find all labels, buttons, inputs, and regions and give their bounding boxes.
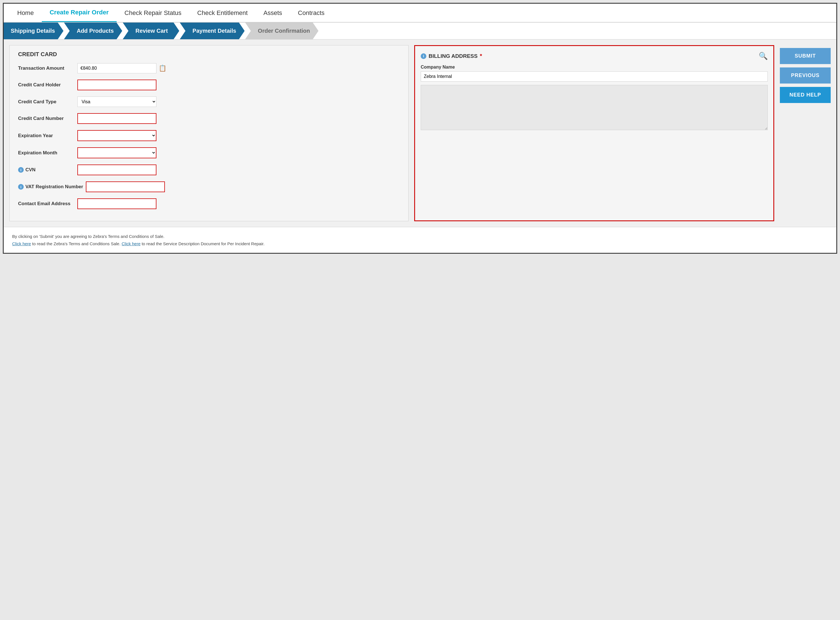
credit-card-number-row: Credit Card Number xyxy=(18,113,400,124)
credit-card-holder-input[interactable] xyxy=(77,80,157,90)
cvn-row: i CVN xyxy=(18,164,400,175)
footer-link1[interactable]: Click here xyxy=(12,241,31,246)
credit-card-type-select[interactable]: Visa Mastercard American Express Discove… xyxy=(77,96,157,107)
transaction-amount-input[interactable] xyxy=(77,63,157,74)
nav-check-entitlement[interactable]: Check Entitlement xyxy=(190,4,256,22)
wizard-step-shipping[interactable]: Shipping Details xyxy=(4,23,63,39)
credit-card-number-label: Credit Card Number xyxy=(18,116,75,121)
cvn-label: i CVN xyxy=(18,167,75,173)
submit-button[interactable]: SUBMIT xyxy=(780,48,831,64)
expiration-year-row: Expiration Year xyxy=(18,130,400,141)
company-name-input[interactable] xyxy=(421,71,768,81)
right-buttons: SUBMIT PREVIOUS NEED HELP xyxy=(780,45,831,221)
contact-email-label: Contact Email Address xyxy=(18,201,75,206)
nav-assets[interactable]: Assets xyxy=(255,4,290,22)
credit-card-section: CREDIT CARD Transaction Amount 📋 Credit … xyxy=(9,45,409,221)
need-help-button[interactable]: NEED HELP xyxy=(780,87,831,103)
doc-icon: 📋 xyxy=(159,65,166,72)
expiration-year-label: Expiration Year xyxy=(18,133,75,138)
contact-email-input[interactable] xyxy=(77,199,157,209)
billing-address-section: i BILLING ADDRESS * 🔍 Company Name xyxy=(414,45,774,221)
billing-title: i BILLING ADDRESS * xyxy=(421,53,482,59)
nav-contracts[interactable]: Contracts xyxy=(290,4,332,22)
billing-title-row: i BILLING ADDRESS * 🔍 xyxy=(421,52,768,60)
expiration-month-label: Expiration Month xyxy=(18,150,75,156)
footer-section: By clicking on 'Submit' you are agreeing… xyxy=(4,227,836,253)
footer-line2: Click here to read the Zebra's Terms and… xyxy=(12,240,828,247)
billing-info-icon[interactable]: i xyxy=(421,53,426,59)
app-container: Home Create Repair Order Check Repair St… xyxy=(3,3,837,254)
billing-search-icon[interactable]: 🔍 xyxy=(759,52,768,60)
credit-card-title: CREDIT CARD xyxy=(18,51,400,57)
nav-create-repair-order[interactable]: Create Repair Order xyxy=(42,4,117,22)
cvn-input[interactable] xyxy=(77,164,157,175)
company-name-label: Company Name xyxy=(421,65,768,70)
nav-home[interactable]: Home xyxy=(9,4,42,22)
nav-check-repair-status[interactable]: Check Repair Status xyxy=(117,4,190,22)
credit-card-holder-label: Credit Card Holder xyxy=(18,82,75,88)
vat-input[interactable] xyxy=(86,181,165,192)
transaction-amount-wrapper: 📋 xyxy=(77,63,166,74)
cvn-info-icon[interactable]: i xyxy=(18,167,24,173)
billing-address-textarea[interactable] xyxy=(421,85,768,130)
expiration-year-select[interactable] xyxy=(77,130,157,141)
previous-button[interactable]: PREVIOUS xyxy=(780,68,831,84)
top-nav: Home Create Repair Order Check Repair St… xyxy=(4,4,836,23)
transaction-amount-row: Transaction Amount 📋 xyxy=(18,63,400,74)
expiration-month-row: Expiration Month xyxy=(18,147,400,158)
footer-link2[interactable]: Click here xyxy=(122,241,140,246)
vat-label: i VAT Registration Number xyxy=(18,184,83,190)
footer-line1: By clicking on 'Submit' you are agreeing… xyxy=(12,233,828,240)
credit-card-type-label: Credit Card Type xyxy=(18,99,75,105)
footer-line2-post: to read the Service Description Document… xyxy=(140,241,264,246)
wizard-bar: Shipping Details Add Products Review Car… xyxy=(4,23,836,39)
wizard-step-add-products[interactable]: Add Products xyxy=(64,23,122,39)
vat-info-icon[interactable]: i xyxy=(18,184,24,190)
credit-card-holder-row: Credit Card Holder xyxy=(18,80,400,90)
main-content: CREDIT CARD Transaction Amount 📋 Credit … xyxy=(4,39,836,227)
wizard-step-order-confirmation[interactable]: Order Confirmation xyxy=(245,23,318,39)
transaction-amount-label: Transaction Amount xyxy=(18,65,75,71)
wizard-step-payment-details[interactable]: Payment Details xyxy=(180,23,245,39)
credit-card-number-input[interactable] xyxy=(77,113,157,124)
wizard-step-review-cart[interactable]: Review Cart xyxy=(123,23,179,39)
vat-row: i VAT Registration Number xyxy=(18,181,400,192)
contact-email-row: Contact Email Address xyxy=(18,199,400,209)
expiration-month-select[interactable] xyxy=(77,147,157,158)
footer-line2-pre: to read the Zebra's Terms and Conditions… xyxy=(31,241,122,246)
required-star: * xyxy=(480,53,482,59)
credit-card-type-row: Credit Card Type Visa Mastercard America… xyxy=(18,96,400,107)
